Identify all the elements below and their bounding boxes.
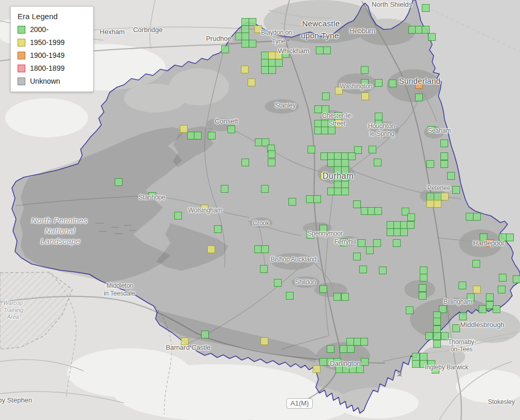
era-square[interactable] xyxy=(323,46,331,54)
era-square[interactable] xyxy=(459,313,467,320)
era-square[interactable] xyxy=(428,33,436,41)
era-square[interactable] xyxy=(241,40,249,48)
era-square[interactable] xyxy=(420,353,427,361)
era-square[interactable] xyxy=(261,52,269,59)
era-square[interactable] xyxy=(174,212,182,220)
era-square[interactable] xyxy=(452,324,460,332)
era-square[interactable] xyxy=(261,59,269,67)
era-square[interactable] xyxy=(420,360,427,368)
era-square[interactable] xyxy=(426,193,434,200)
era-square[interactable] xyxy=(426,200,434,208)
era-square[interactable] xyxy=(361,79,369,87)
era-square[interactable] xyxy=(307,231,314,239)
era-square[interactable] xyxy=(400,228,408,236)
era-square[interactable] xyxy=(268,66,276,74)
era-square[interactable] xyxy=(375,113,383,120)
map-canvas[interactable]: ✈ Newcastleupon TyneNorth ShieldsHebburn… xyxy=(0,0,520,420)
era-square[interactable] xyxy=(306,195,314,203)
era-square[interactable] xyxy=(393,239,401,247)
era-square[interactable] xyxy=(506,234,514,241)
era-square[interactable] xyxy=(340,239,348,246)
era-square[interactable] xyxy=(341,159,349,167)
era-square[interactable] xyxy=(473,213,481,221)
era-square[interactable] xyxy=(374,159,381,166)
era-square[interactable] xyxy=(415,94,423,101)
era-square[interactable] xyxy=(427,360,435,368)
era-square[interactable] xyxy=(361,358,369,366)
era-square[interactable] xyxy=(288,198,296,206)
era-square[interactable] xyxy=(201,331,209,338)
era-square[interactable] xyxy=(347,345,355,353)
era-square[interactable] xyxy=(334,188,342,195)
era-square[interactable] xyxy=(360,338,368,346)
era-square[interactable] xyxy=(375,79,383,87)
era-square[interactable] xyxy=(420,267,427,274)
era-square[interactable] xyxy=(356,365,364,373)
era-square[interactable] xyxy=(261,185,269,193)
era-square[interactable] xyxy=(260,265,268,273)
era-square[interactable] xyxy=(348,152,356,160)
era-square[interactable] xyxy=(208,132,216,139)
era-square[interactable] xyxy=(340,345,347,353)
era-square[interactable] xyxy=(241,25,249,33)
era-square[interactable] xyxy=(486,239,494,247)
era-square[interactable] xyxy=(412,360,420,368)
era-square[interactable] xyxy=(334,159,342,167)
era-square[interactable] xyxy=(433,340,441,348)
era-square[interactable] xyxy=(334,119,342,127)
era-square[interactable] xyxy=(333,293,341,301)
era-square[interactable] xyxy=(361,92,369,100)
era-square[interactable] xyxy=(419,284,426,292)
era-square[interactable] xyxy=(499,234,507,241)
era-square[interactable] xyxy=(406,306,414,314)
era-square[interactable] xyxy=(472,260,480,268)
era-square[interactable] xyxy=(458,282,466,289)
era-square[interactable] xyxy=(194,132,202,139)
era-square[interactable] xyxy=(148,192,156,200)
era-square[interactable] xyxy=(434,193,441,200)
era-square[interactable] xyxy=(316,46,324,54)
era-square[interactable] xyxy=(201,205,208,212)
era-square[interactable] xyxy=(407,213,415,221)
era-square[interactable] xyxy=(334,166,342,174)
era-square[interactable] xyxy=(493,305,500,313)
era-square[interactable] xyxy=(334,112,342,120)
era-square[interactable] xyxy=(335,87,343,95)
era-square[interactable] xyxy=(221,185,228,193)
era-square[interactable] xyxy=(358,239,365,247)
era-square[interactable] xyxy=(308,146,315,153)
era-square[interactable] xyxy=(422,4,430,12)
era-square[interactable] xyxy=(415,81,423,89)
era-square[interactable] xyxy=(373,239,381,247)
era-square[interactable] xyxy=(320,172,328,180)
era-square[interactable] xyxy=(374,207,382,215)
era-square[interactable] xyxy=(207,245,215,253)
era-square[interactable] xyxy=(319,285,327,293)
era-square[interactable] xyxy=(346,338,354,346)
era-square[interactable] xyxy=(319,225,327,232)
era-square[interactable] xyxy=(261,245,269,253)
era-square[interactable] xyxy=(499,274,507,282)
era-square[interactable] xyxy=(433,318,441,325)
era-square[interactable] xyxy=(366,246,374,254)
era-square[interactable] xyxy=(441,193,449,200)
era-square[interactable] xyxy=(369,146,376,153)
era-square[interactable] xyxy=(261,66,269,74)
era-square[interactable] xyxy=(275,59,283,67)
era-square[interactable] xyxy=(353,253,361,260)
era-square[interactable] xyxy=(486,293,494,301)
era-square[interactable] xyxy=(319,358,327,366)
era-square[interactable] xyxy=(227,126,235,133)
era-square[interactable] xyxy=(440,160,448,168)
era-square[interactable] xyxy=(333,358,341,366)
era-square[interactable] xyxy=(241,18,249,26)
era-square[interactable] xyxy=(359,266,367,273)
era-square[interactable] xyxy=(407,221,415,229)
era-square[interactable] xyxy=(349,365,357,373)
era-square[interactable] xyxy=(249,40,256,48)
era-square[interactable] xyxy=(221,45,229,53)
era-square[interactable] xyxy=(241,159,249,166)
era-square[interactable] xyxy=(328,127,335,134)
era-square[interactable] xyxy=(379,267,387,274)
era-square[interactable] xyxy=(282,50,289,58)
